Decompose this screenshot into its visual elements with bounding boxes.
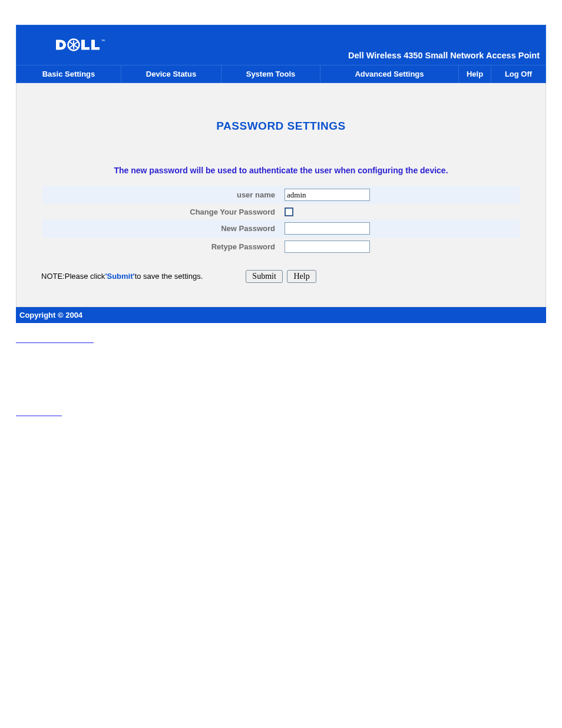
retype-password-label: Retype Password	[42, 238, 281, 256]
nav-help[interactable]: Help	[459, 65, 491, 83]
header-banner: TM Dell Wireless 4350 Small Network Acce…	[16, 25, 546, 65]
instruction-text: The new password will be used to authent…	[42, 166, 520, 175]
device-title: Dell Wireless 4350 Small Network Access …	[348, 51, 540, 60]
note-prefix: NOTE:Please click	[41, 272, 105, 281]
submit-button[interactable]: Submit	[246, 270, 282, 283]
new-password-input[interactable]	[285, 222, 370, 235]
nav-system-tools[interactable]: System Tools	[222, 65, 320, 83]
nav-basic-settings[interactable]: Basic Settings	[16, 65, 121, 83]
main-nav: Basic Settings Device Status System Tool…	[16, 65, 546, 83]
dell-logo: TM	[55, 36, 108, 55]
svg-text:TM: TM	[101, 39, 105, 42]
password-form: user name Change Your Password New Passw…	[42, 186, 520, 256]
nav-log-off[interactable]: Log Off	[491, 65, 546, 83]
help-button[interactable]: Help	[287, 270, 316, 283]
username-label: user name	[42, 186, 281, 204]
note-suffix: to save the settings.	[135, 272, 203, 281]
username-input[interactable]	[285, 189, 370, 201]
change-password-label: Change Your Password	[42, 204, 281, 219]
note-submit-word: 'Submit'	[105, 272, 134, 281]
blank-link-1[interactable]	[16, 335, 94, 343]
change-password-checkbox[interactable]	[285, 207, 293, 216]
page-title: PASSWORD SETTINGS	[42, 120, 520, 133]
new-password-label: New Password	[42, 219, 281, 238]
copyright-text: Copyright © 2004	[19, 311, 82, 319]
note-text: NOTE:Please click'Submit'to save the set…	[41, 272, 203, 281]
content-panel: PASSWORD SETTINGS The new password will …	[16, 83, 546, 307]
retype-password-input[interactable]	[285, 241, 370, 253]
nav-advanced-settings[interactable]: Advanced Settings	[320, 65, 459, 83]
blank-link-2[interactable]	[16, 408, 62, 416]
nav-device-status[interactable]: Device Status	[121, 65, 222, 83]
footer-bar: Copyright © 2004	[16, 307, 546, 323]
